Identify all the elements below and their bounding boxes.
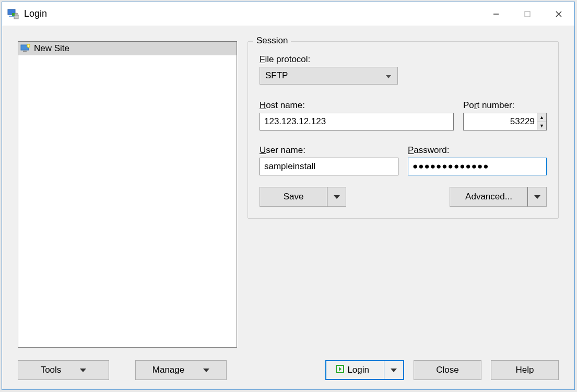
password-input[interactable]: ●●●●●●●●●●●●● [408,158,547,175]
password-label: Password: [408,145,547,156]
app-icon [7,8,20,20]
login-button[interactable]: Login [326,361,384,379]
chevron-down-icon [534,195,540,199]
svg-rect-6 [525,11,530,17]
host-input[interactable]: 123.123.12.123 [260,113,454,130]
login-split-button[interactable]: Login [325,360,404,380]
user-input[interactable]: sampleinstall [260,158,398,175]
spinner-down-icon[interactable]: ▼ [537,122,546,130]
login-icon [335,364,345,377]
chevron-down-icon [334,195,340,199]
manage-button[interactable]: Manage [135,360,227,380]
close-button[interactable] [543,2,574,26]
bottom-bar: Tools Manage Login [18,360,559,380]
advanced-split-button[interactable]: Advanced... [450,187,547,207]
chevron-down-icon [80,369,86,372]
session-panel: Session File protocol: SFTP Host name: 1… [248,41,559,348]
port-spinner[interactable]: ▲ ▼ [537,113,546,130]
login-window: Login [2,2,575,390]
site-item-label: New Site [34,43,69,54]
maximize-button[interactable] [512,2,543,26]
advanced-dropdown[interactable] [528,187,547,207]
host-value: 123.123.12.123 [264,116,326,127]
save-button[interactable]: Save [260,187,327,207]
save-split-button[interactable]: Save [260,187,346,207]
content-area: New Site Session File protocol: SFTP Hos… [2,26,574,389]
site-item-new[interactable]: New Site [18,42,237,55]
advanced-button[interactable]: Advanced... [450,187,528,207]
user-label: User name: [260,145,398,156]
site-list[interactable]: New Site [18,41,237,348]
spinner-up-icon[interactable]: ▲ [537,113,546,122]
chevron-down-icon [203,369,209,372]
svg-rect-1 [9,16,14,17]
session-group-title: Session [253,35,291,46]
svg-rect-10 [23,51,27,52]
password-value: ●●●●●●●●●●●●● [413,161,489,172]
svg-rect-3 [14,15,18,19]
chevron-down-icon [386,70,391,81]
close-dialog-button[interactable]: Close [414,360,481,380]
window-controls [480,2,574,26]
protocol-label: File protocol: [260,54,547,65]
host-label: Host name: [260,100,454,111]
minimize-button[interactable] [480,2,512,26]
titlebar: Login [2,2,574,26]
protocol-select[interactable]: SFTP [260,67,398,85]
tools-button[interactable]: Tools [18,360,109,380]
session-groupbox: Session File protocol: SFTP Host name: 1… [248,41,559,219]
user-value: sampleinstall [264,161,315,172]
port-value: 53229 [468,116,537,127]
port-label: Port number: [463,100,547,111]
window-title: Login [24,8,480,19]
save-dropdown[interactable] [327,187,346,207]
protocol-value: SFTP [265,70,288,81]
login-dropdown[interactable] [384,361,403,379]
monitor-icon [20,43,31,54]
help-button[interactable]: Help [491,360,559,380]
svg-rect-4 [12,13,15,16]
chevron-down-icon [391,369,397,372]
port-input[interactable]: 53229 ▲ ▼ [463,113,547,130]
